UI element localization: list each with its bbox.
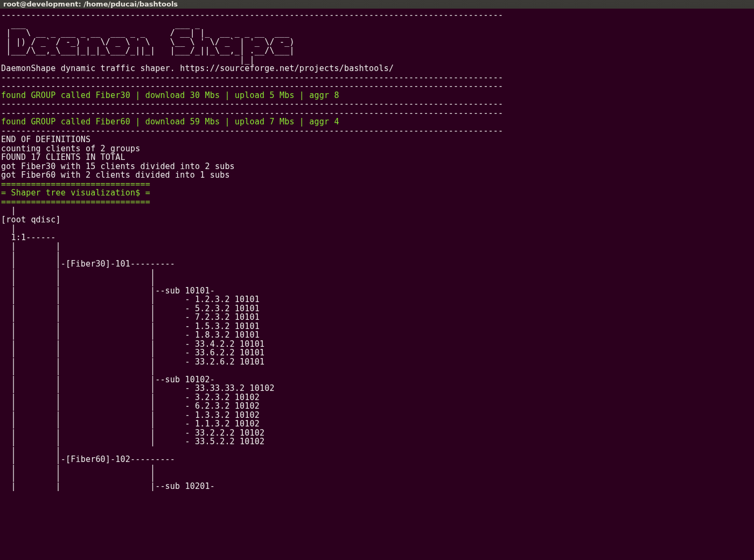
got-fiber30-line: got Fiber30 with 15 clients divided into… xyxy=(1,162,235,171)
group-line-fiber60: found GROUP called Fiber60 | download 59… xyxy=(1,117,339,127)
tree-client: | | | - 1.8.3.2 10101 xyxy=(1,330,260,340)
separator: ----------------------------------------… xyxy=(1,81,503,91)
equals-bar: ============================== xyxy=(1,179,150,189)
tree-fiber30: | |-[Fiber30]-101--------- xyxy=(1,259,175,269)
got-fiber60-line: got Fiber60 with 2 clients divided into … xyxy=(1,170,230,180)
tree-line: | xyxy=(1,223,16,233)
tree-client: | | | - 7.2.3.2 10101 xyxy=(1,312,260,322)
separator: ----------------------------------------… xyxy=(1,10,503,20)
tree-sub-10102: | | |--sub 10102- xyxy=(1,375,215,384)
separator: ----------------------------------------… xyxy=(1,99,503,109)
tree-client: | | | - 1.1.3.2 10102 xyxy=(1,419,260,429)
ascii-banner-line: |_| xyxy=(1,55,299,65)
ascii-banner-line: ___ ___ _ xyxy=(1,19,299,29)
tree-client: | | | - 33.6.2.2 10101 xyxy=(1,348,264,358)
tree-line: | | | xyxy=(1,464,155,473)
tree-client: | | | - 3.2.3.2 10102 xyxy=(1,393,260,402)
tree-line: | | xyxy=(1,250,61,260)
tree-client: | | | - 33.33.33.2 10102 xyxy=(1,383,275,393)
terminal-output: ----------------------------------------… xyxy=(0,9,754,491)
group-line-fiber30: found GROUP called Fiber30 | download 30… xyxy=(1,90,339,100)
tree-client: | | | - 1.2.3.2 10101 xyxy=(1,295,260,304)
tree-sub-10101: | | |--sub 10101- xyxy=(1,286,215,296)
counting-line: counting clients of 2 groups xyxy=(1,144,140,153)
tree-line: | xyxy=(1,206,16,215)
end-definitions: END OF DEFINITIONS xyxy=(1,135,90,144)
window-titlebar: root@development: /home/pducai/bashtools xyxy=(0,0,754,9)
viz-title: = Shaper tree visualization$ = xyxy=(1,188,150,198)
tree-client: | | | - 33.2.2.2 10102 xyxy=(1,428,264,438)
tree-line: | | | xyxy=(1,472,155,482)
separator: ----------------------------------------… xyxy=(1,108,503,118)
tree-client: | | | - 6.2.3.2 10102 xyxy=(1,401,260,411)
tree-line: | | | xyxy=(1,277,155,286)
equals-bar: ============================== xyxy=(1,197,150,207)
tree-root-qdisc: [root qdisc] xyxy=(1,215,61,225)
tree-sub-10201: | | |--sub 10201- xyxy=(1,481,215,491)
tree-line: | | | xyxy=(1,268,155,278)
ascii-banner-line: | |) / _` / -_) ' \/ _ \ ' \ \__ \ ' \/ … xyxy=(1,37,299,47)
tree-client: | | | - 5.2.3.2 10101 xyxy=(1,304,260,313)
tree-line: | | | xyxy=(1,366,155,375)
ascii-banner-line: | \ __ _ ___ _ __ ___ _ _ / __| |_ __ _ … xyxy=(1,28,299,38)
subtitle-line: DaemonShape dynamic traffic shaper. http… xyxy=(1,64,394,73)
tree-line: | | xyxy=(1,241,61,251)
tree-client: | | | - 33.5.2.2 10102 xyxy=(1,437,264,446)
ascii-banner-line: |___/\__,_\___|_|_|_\___/_||_| |___/_||_… xyxy=(1,46,299,55)
tree-client: | | | - 33.2.6.2 10101 xyxy=(1,357,264,367)
tree-client: | | | - 33.4.2.2 10101 xyxy=(1,339,264,349)
separator: ----------------------------------------… xyxy=(1,73,503,82)
tree-client: | | | - 1.3.3.2 10102 xyxy=(1,410,260,420)
tree-line: 1:1------ xyxy=(1,233,56,242)
tree-client: | | | - 1.5.3.2 10101 xyxy=(1,321,260,331)
separator: ----------------------------------------… xyxy=(1,126,503,136)
tree-line: | | xyxy=(1,446,61,456)
found-clients-line: FOUND 17 CLIENTS IN TOTAL xyxy=(1,152,125,162)
tree-fiber60: | |-[Fiber60]-102--------- xyxy=(1,454,175,464)
